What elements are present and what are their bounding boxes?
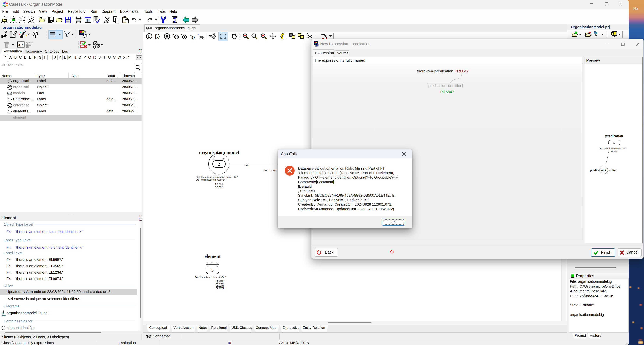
svg-text:F5 : "there is a predication <: F5 : "there is a predication <6>." <box>600 147 626 150</box>
svg-text:element: element <box>204 253 221 259</box>
svg-text:O1: O1 <box>245 164 248 167</box>
svg-text:4: 4 <box>211 261 212 264</box>
svg-text:U: U <box>148 34 151 39</box>
svg-text:b: b <box>22 43 24 47</box>
svg-text:predication: predication <box>605 134 623 138</box>
svg-text:PR6847: PR6847 <box>611 150 618 152</box>
svg-text:predication identifier: predication identifier <box>590 169 616 172</box>
svg-text:U8970: U8970 <box>215 185 222 188</box>
svg-text:F3 : "<3> is: F3 : "<3> is <box>264 169 276 172</box>
svg-text:organisation model: organisation model <box>199 150 239 155</box>
svg-text:U: U <box>176 36 178 39</box>
svg-text:x: x <box>173 33 174 36</box>
svg-text:x: x <box>198 33 200 36</box>
svg-text:2: 2 <box>214 156 216 159</box>
svg-text:6: 6 <box>614 141 615 145</box>
svg-text:{}: {} <box>192 35 195 39</box>
svg-text:F2 : "there is an organisation: F2 : "there is an organisation model <2>… <box>196 176 238 178</box>
svg-text:5: 5 <box>211 268 214 273</box>
svg-text:M1234: M1234 <box>215 183 223 185</box>
svg-text:2: 2 <box>218 162 220 167</box>
svg-text:a: a <box>18 43 20 47</box>
svg-text:x: x <box>181 33 182 36</box>
svg-text:F4 : "there is an element <5>.: F4 : "there is an element <5>." <box>195 276 226 278</box>
svg-text:EL9874: EL9874 <box>216 287 224 290</box>
svg-text:x: x <box>190 33 192 36</box>
svg-text:O1 : 'organisation model <2>': O1 : 'organisation model <2>' <box>196 179 226 181</box>
